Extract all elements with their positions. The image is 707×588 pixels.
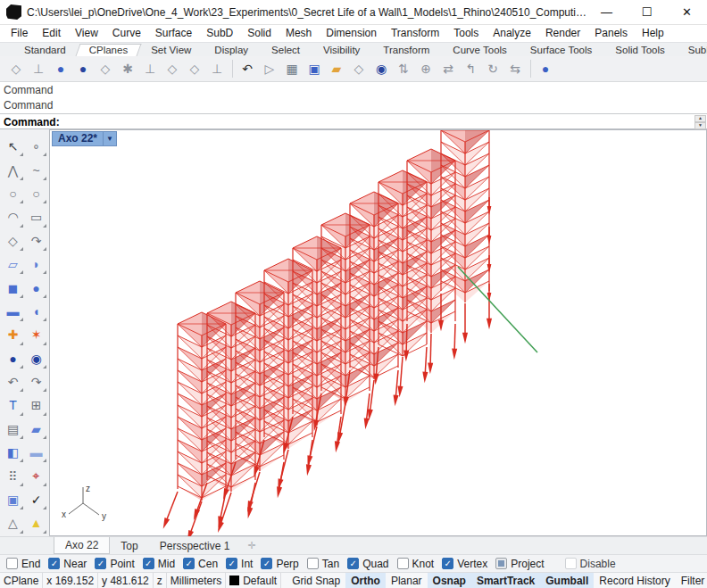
osnap-near-checkbox[interactable]: ✓ xyxy=(48,558,60,569)
osnap-project[interactable]: Project xyxy=(495,558,544,570)
cplane-previous-icon[interactable]: ⇆ xyxy=(504,58,526,79)
osnap-mid[interactable]: ✓Mid xyxy=(143,558,175,570)
menu-subd[interactable]: SubD xyxy=(199,25,240,42)
pyramid-icon[interactable]: ▲ xyxy=(25,511,48,534)
menu-panels[interactable]: Panels xyxy=(587,25,635,42)
menu-curve[interactable]: Curve xyxy=(105,25,148,42)
tab-subd-tools[interactable]: SubD Tools xyxy=(677,44,707,56)
named-cplane-icon[interactable]: ◇ xyxy=(348,58,370,79)
cylinder-icon[interactable]: ▬ xyxy=(2,300,25,323)
point-edit-icon[interactable]: ⊞ xyxy=(25,393,48,417)
osnap-tan[interactable]: Tan xyxy=(307,558,339,570)
tab-surface-tools[interactable]: Surface Tools xyxy=(519,44,603,56)
spinner-down-icon[interactable]: ▼ xyxy=(695,122,706,129)
cplane-zaxis-icon[interactable]: ⊥ xyxy=(28,58,49,79)
cplane-vertical-icon[interactable]: ⊥ xyxy=(139,58,161,79)
cplane-3point-icon[interactable]: ◇ xyxy=(95,58,116,79)
view-sphere-icon[interactable]: ● xyxy=(50,58,71,79)
osnap-end[interactable]: End xyxy=(6,558,40,570)
adjust-curve-icon[interactable]: ↶ xyxy=(2,370,25,393)
toggle-planar[interactable]: Planar xyxy=(386,573,428,588)
save-cplane-icon[interactable]: ▣ xyxy=(304,58,325,79)
box-icon[interactable]: ◼ xyxy=(2,276,25,299)
explode-icon[interactable]: ✶ xyxy=(25,323,48,346)
menu-tools[interactable]: Tools xyxy=(446,25,486,42)
cplane-flip-icon[interactable]: ↰ xyxy=(460,58,481,79)
osnap-point[interactable]: ✓Point xyxy=(95,558,134,570)
osnap-cen[interactable]: ✓Cen xyxy=(183,558,218,570)
fillet-icon[interactable]: ● xyxy=(2,347,25,370)
new-viewport-tab-icon[interactable]: ✛ xyxy=(240,537,262,554)
osnap-cen-checkbox[interactable]: ✓ xyxy=(183,558,195,569)
menu-transform[interactable]: Transform xyxy=(384,25,446,42)
cplane-to-surface-icon[interactable]: ◇ xyxy=(162,58,183,79)
viewport-title[interactable]: Axo 22* xyxy=(52,131,104,146)
shaded-sphere-icon[interactable]: ● xyxy=(535,58,556,79)
tab-solid-tools[interactable]: Solid Tools xyxy=(603,44,676,56)
viewport-axo22[interactable]: Axo 22* ▼ zxy xyxy=(49,129,707,536)
cplane-pane[interactable]: CPlane xyxy=(0,573,43,588)
drape-surface-icon[interactable]: ◖ xyxy=(25,300,48,323)
osnap-tan-checkbox[interactable] xyxy=(307,558,319,569)
array-icon[interactable]: ▰ xyxy=(25,418,48,441)
menu-view[interactable]: View xyxy=(68,25,105,42)
tab-standard[interactable]: Standard xyxy=(12,44,78,56)
copy-icon[interactable]: ▣ xyxy=(2,488,25,511)
layer-pane[interactable]: Default xyxy=(226,573,281,588)
osnap-vertex-checkbox[interactable]: ✓ xyxy=(442,558,453,569)
toggle-filter[interactable]: Filter xyxy=(676,573,707,588)
menu-analyze[interactable]: Analyze xyxy=(486,25,538,42)
tab-select[interactable]: Select xyxy=(260,44,312,56)
osnap-project-checkbox[interactable] xyxy=(495,558,507,569)
cplane-origin-icon[interactable]: ◇ xyxy=(5,58,27,79)
cplane-swap-icon[interactable]: ↻ xyxy=(482,58,503,79)
cplane-rotate-icon[interactable]: ⇄ xyxy=(437,58,459,79)
minimize-button[interactable]: — xyxy=(586,0,627,25)
spinner-up-icon[interactable]: ▲ xyxy=(695,115,706,122)
open-cplane-icon[interactable]: ▰ xyxy=(326,58,347,79)
toggle-gumball[interactable]: Gumball xyxy=(540,573,594,588)
menu-surface[interactable]: Surface xyxy=(148,25,199,42)
freeform-curve-icon[interactable]: ↷ xyxy=(25,229,48,253)
rebuild-curve-icon[interactable]: ↷ xyxy=(25,370,48,393)
osnap-disable[interactable]: Disable xyxy=(565,558,616,570)
osnap-int-checkbox[interactable]: ✓ xyxy=(226,558,237,569)
menu-render[interactable]: Render xyxy=(538,25,587,42)
viewport-tab-persspective-1[interactable]: Persspective 1 xyxy=(149,537,241,554)
osnap-quad[interactable]: ✓Quad xyxy=(347,558,388,570)
toggle-ortho[interactable]: Ortho xyxy=(345,573,386,588)
maximize-button[interactable]: ☐ xyxy=(627,0,667,25)
jack-icon[interactable]: ⌖ xyxy=(25,464,48,487)
command-prompt-input[interactable]: Command: xyxy=(0,116,695,128)
check-icon[interactable]: ✓ xyxy=(25,488,48,511)
viewport-tab-axo-22[interactable]: Axo 22 xyxy=(54,537,110,554)
toggle-osnap[interactable]: Osnap xyxy=(428,573,471,588)
loft-surface-icon[interactable]: ◗ xyxy=(25,253,48,276)
menu-file[interactable]: File xyxy=(4,25,35,42)
wall-model-canvas[interactable]: zxy xyxy=(50,130,707,537)
curve-icon[interactable]: ~ xyxy=(25,158,48,181)
units-pane[interactable]: Millimeters xyxy=(167,573,226,588)
osnap-quad-checkbox[interactable]: ✓ xyxy=(347,558,359,569)
solid-tools-icon[interactable]: ◧ xyxy=(2,441,25,464)
toggle-record-history[interactable]: Record History xyxy=(594,573,675,588)
tab-display[interactable]: Display xyxy=(203,44,260,56)
undo-cplane-icon[interactable]: ↶ xyxy=(237,58,258,79)
cplane-to-curve-icon[interactable]: ◇ xyxy=(184,58,205,79)
command-scroll-spinner[interactable]: ▲ ▼ xyxy=(695,115,706,129)
cplane-elevation-icon[interactable]: ⇅ xyxy=(393,58,414,79)
toggle-grid-snap[interactable]: Grid Snap xyxy=(287,573,345,588)
tab-visibility[interactable]: Visibility xyxy=(312,44,371,56)
point-icon[interactable]: ∘ xyxy=(25,135,48,158)
osnap-perp-checkbox[interactable]: ✓ xyxy=(261,558,272,569)
viewport-dropdown-icon[interactable]: ▼ xyxy=(104,131,117,146)
rectangle-icon[interactable]: ▭ xyxy=(25,205,48,228)
osnap-mid-checkbox[interactable]: ✓ xyxy=(143,558,154,569)
cone-surface-icon[interactable]: △ xyxy=(2,511,25,534)
view-globe-icon[interactable]: ● xyxy=(72,58,94,79)
grid-settings-icon[interactable]: ▦ xyxy=(281,58,303,79)
viewport-tab-top[interactable]: Top xyxy=(110,537,148,554)
osnap-disable-checkbox[interactable] xyxy=(565,558,577,569)
boolean-icon[interactable]: ✚ xyxy=(2,323,25,346)
polygon-icon[interactable]: ◇ xyxy=(2,229,25,253)
